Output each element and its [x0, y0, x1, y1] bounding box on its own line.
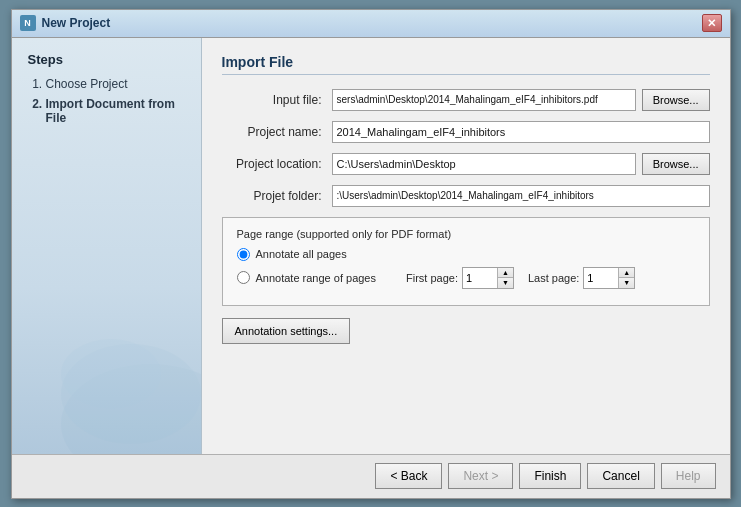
project-location-row: Project location: Browse...: [222, 153, 710, 175]
radio-range-pages[interactable]: [237, 271, 250, 284]
input-file-row: Input file: Browse...: [222, 89, 710, 111]
sidebar-heading: Steps: [28, 52, 185, 67]
input-file-browse-button[interactable]: Browse...: [642, 89, 710, 111]
last-page-arrows: ▲ ▼: [618, 268, 634, 288]
page-range-title: Page range (supported only for PDF forma…: [237, 228, 695, 240]
close-button[interactable]: ✕: [702, 14, 722, 32]
input-file-field[interactable]: [332, 89, 636, 111]
svg-point-2: [61, 339, 161, 409]
first-page-spinner: ▲ ▼: [462, 267, 514, 289]
footer: < Back Next > Finish Cancel Help: [12, 454, 730, 498]
sidebar: Steps Choose Project Import Document fro…: [12, 38, 202, 454]
steps-list: Choose Project Import Document from File: [28, 77, 185, 125]
last-page-down[interactable]: ▼: [619, 278, 634, 288]
app-icon: N: [20, 15, 36, 31]
radio-range-pages-label[interactable]: Annotate range of pages: [256, 272, 376, 284]
dialog-content: Steps Choose Project Import Document fro…: [12, 38, 730, 454]
section-title: Import File: [222, 54, 710, 75]
radio-all-pages-label[interactable]: Annotate all pages: [256, 248, 347, 260]
last-page-label: Last page:: [528, 272, 579, 284]
cancel-button[interactable]: Cancel: [587, 463, 654, 489]
step-1: Choose Project: [46, 77, 185, 91]
last-page-spinner: ▲ ▼: [583, 267, 635, 289]
first-page-arrows: ▲ ▼: [497, 268, 513, 288]
first-page-label: First page:: [406, 272, 458, 284]
projet-folder-label: Projet folder:: [222, 189, 332, 203]
radio-range-pages-row: Annotate range of pages First page: ▲ ▼ …: [237, 267, 695, 289]
project-name-label: Project name:: [222, 125, 332, 139]
titlebar-title: New Project: [42, 16, 702, 30]
step-2: Import Document from File: [46, 97, 185, 125]
project-name-row: Project name:: [222, 121, 710, 143]
input-file-label: Input file:: [222, 93, 332, 107]
main-panel: Import File Input file: Browse... Projec…: [202, 38, 730, 454]
first-page-input[interactable]: [463, 268, 497, 288]
radio-all-pages-row: Annotate all pages: [237, 248, 695, 261]
dialog-window: N New Project ✕ Steps Choose Project Imp…: [11, 9, 731, 499]
first-page-down[interactable]: ▼: [498, 278, 513, 288]
sidebar-watermark: [51, 294, 202, 454]
titlebar: N New Project ✕: [12, 10, 730, 38]
project-location-field[interactable]: [332, 153, 636, 175]
first-page-up[interactable]: ▲: [498, 268, 513, 279]
project-name-field[interactable]: [332, 121, 710, 143]
finish-button[interactable]: Finish: [519, 463, 581, 489]
last-page-up[interactable]: ▲: [619, 268, 634, 279]
next-button[interactable]: Next >: [448, 463, 513, 489]
page-range-box: Page range (supported only for PDF forma…: [222, 217, 710, 306]
radio-all-pages[interactable]: [237, 248, 250, 261]
project-location-browse-button[interactable]: Browse...: [642, 153, 710, 175]
project-location-label: Project location:: [222, 157, 332, 171]
back-button[interactable]: < Back: [375, 463, 442, 489]
help-button[interactable]: Help: [661, 463, 716, 489]
last-page-input[interactable]: [584, 268, 618, 288]
projet-folder-field[interactable]: [332, 185, 710, 207]
projet-folder-row: Projet folder:: [222, 185, 710, 207]
annotation-settings-button[interactable]: Annotation settings...: [222, 318, 351, 344]
